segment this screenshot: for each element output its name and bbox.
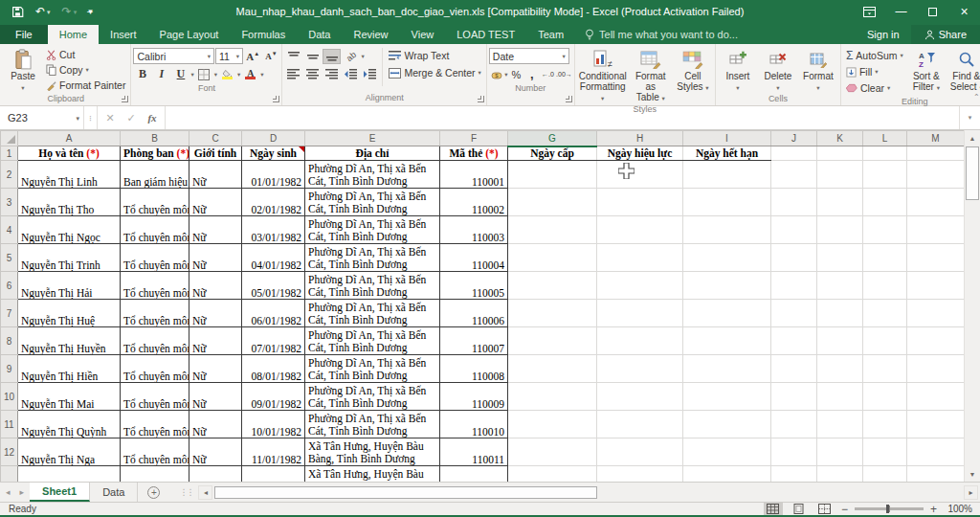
wrap-text-button[interactable]: Wrap Text — [386, 48, 483, 63]
cell[interactable] — [817, 146, 863, 161]
formula-bar-splitter[interactable]: ⁝ — [84, 106, 98, 129]
cell[interactable]: Nguyễn Thị Nga — [18, 438, 121, 466]
cell[interactable] — [907, 466, 965, 483]
cut-button[interactable]: Cut — [43, 47, 128, 62]
cell[interactable] — [771, 216, 817, 244]
field-header-cell[interactable]: Ngày hiệu lực — [597, 146, 683, 161]
row-header[interactable]: 5 — [1, 244, 18, 272]
accounting-dropdown[interactable]: ▾ — [504, 71, 507, 79]
column-header-I[interactable]: I — [683, 131, 771, 146]
cell[interactable] — [771, 146, 817, 161]
cell[interactable] — [683, 272, 771, 300]
tab-data[interactable]: Data — [297, 25, 342, 44]
undo-button[interactable]: ↶▾ — [35, 6, 51, 17]
column-header-J[interactable]: J — [771, 131, 817, 146]
new-sheet-button[interactable]: + — [138, 483, 169, 502]
cell[interactable] — [597, 300, 683, 327]
cell[interactable] — [771, 300, 817, 327]
cell[interactable] — [771, 466, 817, 483]
cell[interactable] — [907, 411, 965, 438]
cell[interactable] — [597, 383, 683, 411]
cell[interactable]: Nguyễn Thị Hiền — [18, 355, 121, 383]
vertical-scrollbar[interactable]: ▲ ▼ — [964, 130, 980, 482]
cell[interactable] — [863, 355, 907, 383]
tab-file[interactable]: File — [0, 25, 48, 44]
decrease-indent-button[interactable] — [342, 67, 360, 82]
field-header-cell[interactable]: Địa chỉ — [305, 146, 440, 161]
field-header-cell[interactable]: Giới tính — [189, 146, 242, 161]
cell[interactable] — [18, 466, 121, 483]
cancel-icon[interactable]: ✕ — [100, 112, 121, 124]
scroll-up-icon[interactable]: ▲ — [965, 130, 980, 146]
zoom-in-button[interactable]: + — [930, 504, 937, 515]
cell[interactable] — [817, 466, 863, 483]
font-dialog-launcher[interactable] — [273, 96, 279, 102]
cell[interactable]: 110007 — [440, 327, 508, 355]
cell[interactable] — [817, 383, 863, 411]
cell[interactable] — [771, 244, 817, 272]
fill-color-button[interactable] — [218, 67, 236, 82]
bottom-align-button[interactable] — [323, 49, 341, 64]
formula-input[interactable] — [166, 106, 959, 129]
cell[interactable]: Nữ — [189, 161, 242, 189]
row-header[interactable]: 3 — [1, 189, 18, 216]
cell[interactable]: Tổ chuyên môn — [121, 411, 189, 438]
cell[interactable]: Nguyễn Thị Tho — [18, 189, 121, 216]
cell[interactable]: Nguyễn Thị Trinh — [18, 244, 121, 272]
cell[interactable] — [597, 411, 683, 438]
horizontal-scrollbar[interactable]: ⋮⋮ ◂ ▸ — [169, 483, 980, 502]
cell[interactable]: 10/01/1982 — [242, 411, 305, 438]
font-color-dropdown[interactable]: ▾ — [260, 71, 263, 79]
cell[interactable] — [907, 438, 965, 466]
cell[interactable]: Tổ chuyên môn — [121, 189, 189, 216]
cell[interactable] — [597, 272, 683, 300]
cell[interactable] — [508, 327, 597, 355]
cell[interactable] — [863, 146, 907, 161]
increase-decimal-button[interactable]: ←.0 — [541, 67, 556, 82]
cell[interactable] — [683, 438, 771, 466]
cell[interactable] — [907, 189, 965, 216]
cell[interactable] — [508, 272, 597, 300]
row-header[interactable]: 6 — [1, 272, 18, 300]
column-header-B[interactable]: B — [121, 131, 189, 146]
redo-button[interactable]: ↷▾ — [62, 6, 78, 17]
row-header[interactable]: 11 — [1, 411, 18, 438]
cell[interactable] — [863, 189, 907, 216]
cell[interactable]: 03/01/1982 — [242, 216, 305, 244]
cell[interactable] — [817, 216, 863, 244]
tab-formulas[interactable]: Formulas — [230, 25, 297, 44]
merge-center-button[interactable]: Merge & Center▾ — [386, 65, 483, 80]
cell[interactable] — [508, 216, 597, 244]
cell[interactable]: 110010 — [440, 411, 508, 438]
cell[interactable]: Nữ — [189, 355, 242, 383]
cell[interactable] — [597, 244, 683, 272]
cell[interactable]: Tổ chuyên môn — [121, 216, 189, 244]
cell[interactable] — [242, 466, 305, 483]
share-button[interactable]: Share — [911, 25, 980, 44]
row-header[interactable] — [1, 466, 18, 483]
cell[interactable]: Nguyễn Thị Quỳnh — [18, 411, 121, 438]
tab-home[interactable]: Home — [48, 25, 99, 44]
cell[interactable]: Nữ — [189, 327, 242, 355]
cell[interactable]: 110006 — [440, 300, 508, 327]
fill-button[interactable]: Fill▾ — [843, 64, 906, 79]
sheet-tab-sheet1[interactable]: Sheet1 — [30, 483, 90, 502]
customize-qat-icon[interactable]: ▾̶ — [88, 8, 93, 16]
format-cells-button[interactable]: Format▾ — [798, 46, 838, 93]
cell[interactable]: 07/01/1982 — [242, 327, 305, 355]
cell[interactable]: Tổ chuyên môn — [121, 438, 189, 466]
column-header-M[interactable]: M — [907, 131, 965, 146]
cell[interactable]: Tổ chuyên môn — [121, 355, 189, 383]
cell[interactable] — [817, 355, 863, 383]
field-header-cell[interactable]: Ngày hết hạn — [683, 146, 771, 161]
cell[interactable]: Xã Tân Hưng, Huyện Bàu Bàng, Tỉnh Bình D… — [305, 438, 440, 466]
hscroll-left-icon[interactable]: ◂ — [198, 485, 212, 500]
tab-insert[interactable]: Insert — [99, 25, 148, 44]
sheet-prev-icon[interactable]: ◂ — [6, 487, 11, 497]
cell[interactable] — [863, 300, 907, 327]
tab-review[interactable]: Review — [342, 25, 399, 44]
sheet-tab-data[interactable]: Data — [90, 483, 138, 502]
cell[interactable] — [817, 244, 863, 272]
cell[interactable] — [907, 161, 965, 189]
insert-cells-button[interactable]: Insert▾ — [718, 46, 758, 93]
